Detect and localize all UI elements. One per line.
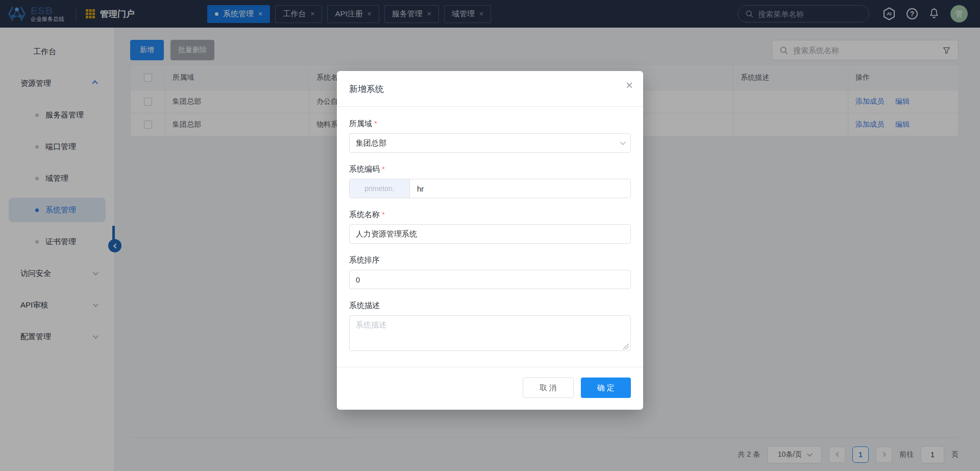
label-text: 所属域 [349,119,372,128]
system-name-input[interactable] [349,224,631,244]
chevron-down-icon [620,139,626,145]
system-order-input[interactable] [349,270,631,289]
required-asterisk: * [382,164,385,173]
add-system-dialog: 新增系统 × 所属域* 集团总部 系统编码* primeton. 系统名称* [337,71,643,410]
field-label-system-name: 系统名称* [349,210,631,220]
field-label-system-code: 系统编码* [349,164,631,174]
dialog-title: 新增系统 [349,84,384,94]
domain-select[interactable]: 集团总部 [349,133,631,153]
dialog-close-icon[interactable]: × [626,79,633,91]
system-description-textarea[interactable] [349,315,631,351]
system-code-input[interactable] [410,179,630,198]
field-label-system-description: 系统描述 [349,301,631,311]
cancel-button[interactable]: 取 消 [523,378,574,398]
label-text: 系统名称 [349,210,380,219]
field-label-domain: 所属域* [349,119,631,129]
system-code-input-group: primeton. [349,179,631,198]
required-asterisk: * [382,210,385,219]
label-text: 系统编码 [349,164,380,173]
domain-select-value: 集团总部 [356,138,386,148]
label-text: 系统描述 [349,301,380,310]
confirm-button[interactable]: 确 定 [581,378,631,398]
required-asterisk: * [374,119,377,128]
system-code-prefix: primeton. [350,179,410,198]
field-label-system-order: 系统排序 [349,255,631,265]
label-text: 系统排序 [349,255,380,264]
